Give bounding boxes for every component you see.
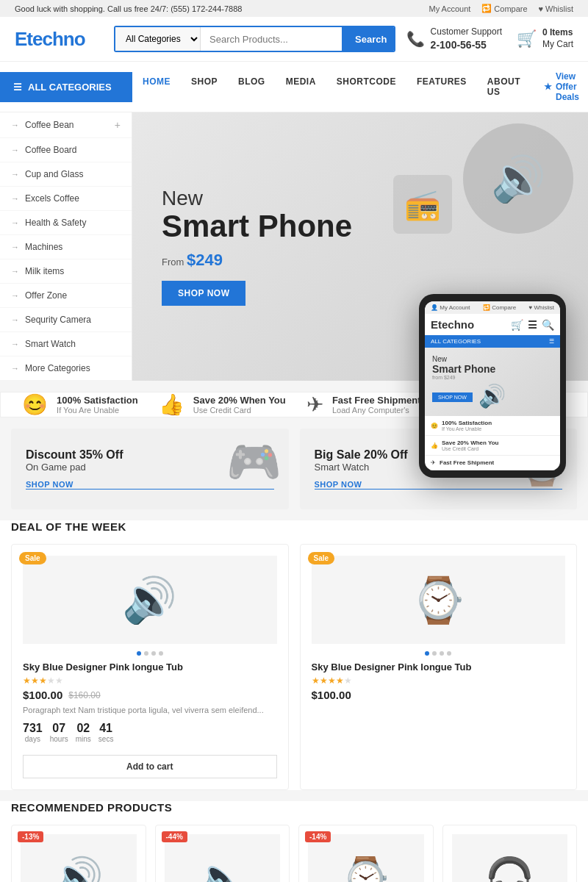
hero-shop-now-button[interactable]: SHOP NOW	[162, 281, 245, 306]
feature-title: 100% Satisfaction	[57, 395, 138, 406]
deal-price-new: $100.00	[23, 689, 62, 701]
plane-icon: ✈	[306, 392, 323, 417]
hero-subtitle: New	[162, 187, 352, 210]
top-bar: Good luck with shopping. Call us free 24…	[0, 0, 588, 17]
feature-shipment: ✈ Fast Free Shipment Load Any Computer's	[306, 392, 421, 417]
sidebar-item-milk[interactable]: →Milk items	[0, 259, 132, 284]
feature-sub: Load Any Computer's	[332, 406, 421, 415]
mobile-hero-banner: New Smart Phone from $249 SHOP NOW 🔊	[425, 348, 560, 416]
phone-icon: 📞	[406, 30, 425, 48]
rec-card-2: -44% 🔈 ★★★★★ Sky Blue Designer Pink long…	[155, 825, 290, 882]
mobile-feature-2: 👍Save 20% When YouUse Credit Card	[425, 436, 560, 456]
arrow-icon: →	[11, 243, 19, 251]
feature-save: 👍 Save 20% When You Use Credit Card	[159, 392, 286, 417]
sidebar-item-coffee-bean[interactable]: →Coffee Bean +	[0, 112, 132, 138]
nav-blog[interactable]: BLOG	[228, 67, 276, 107]
all-categories-btn[interactable]: ☰ ALL CATEGORIES	[0, 72, 132, 102]
mobile-hero-subtitle: New	[432, 355, 553, 363]
support-label: Customer Support	[431, 26, 502, 38]
sale-badge: Sale	[308, 552, 335, 564]
search-input[interactable]	[201, 27, 342, 51]
nav-about[interactable]: ABOUT US	[477, 67, 531, 107]
sidebar-item-excels[interactable]: →Excels Coffee	[0, 187, 132, 211]
hero-price: $249	[187, 251, 223, 269]
dot	[425, 651, 429, 656]
count-secs: 41 secs	[98, 722, 114, 743]
rec-product-image-4: 🎧	[452, 834, 568, 882]
arrow-icon: →	[11, 194, 19, 203]
deal-grid: Sale 🔊 Sky Blue Designer Pink longue Tub…	[11, 544, 577, 790]
deal-of-week-section: DEAL OF THE WEEK Sale 🔊 Sky Blue Designe…	[0, 520, 588, 790]
mobile-categories: ALL CATEGORIES ☰	[425, 335, 560, 348]
menu-icon: ☰	[13, 82, 22, 93]
sidebar-item-more[interactable]: →More Categories	[0, 356, 132, 381]
mobile-hero-title: Smart Phone	[432, 363, 553, 375]
cart-count: 0 Items	[542, 27, 573, 39]
deal-card-title-1: Sky Blue Designer Pink longue Tub	[23, 662, 277, 673]
sidebar-item-cup-glass[interactable]: →Cup and Glass	[0, 162, 132, 187]
category-select[interactable]: All Categories	[115, 27, 201, 51]
hero-small-product: 📻	[393, 175, 452, 234]
view-offers-link[interactable]: ★ View Offer Deals	[531, 62, 588, 112]
like-icon: 👍	[159, 392, 184, 417]
wishlist-link[interactable]: ♥ Whislist	[539, 4, 573, 13]
deal-price-row-2: $100.00	[312, 689, 566, 701]
sidebar-item-coffee-board[interactable]: →Coffee Board	[0, 138, 132, 162]
sale-badge: Sale	[19, 552, 46, 564]
nav-links: HOME SHOP BLOG MEDIA SHORTCODE FEATURES …	[132, 67, 531, 107]
nav-shortcode[interactable]: SHORTCODE	[326, 67, 406, 107]
recommended-section: RECOMMENDED PRODUCTS -13% 🔊 ★★★★★ Vague …	[0, 801, 588, 882]
nav-features[interactable]: FEATURES	[406, 67, 477, 107]
nav-media[interactable]: MEDIA	[276, 67, 326, 107]
sidebar-item-camera[interactable]: →Sequrity Camera	[0, 308, 132, 332]
mobile-compare: 🔁 Compare	[483, 304, 516, 311]
arrow-icon: →	[11, 218, 19, 227]
mobile-shop-now-btn[interactable]: SHOP NOW	[432, 392, 473, 402]
mobile-hero-image: 🔊	[478, 383, 506, 409]
deal-price-row-1: $100.00 $160.00	[23, 689, 277, 701]
mobile-feature-3: ✈Fast Free Shipment	[425, 456, 560, 470]
count-hours: 07 hours	[50, 722, 68, 743]
mobile-cart-icon: 🛒	[511, 319, 523, 331]
mobile-preview: 👤 My Account 🔁 Compare ♥ Whislist Etechn…	[419, 294, 566, 478]
logo: Etechno	[15, 28, 103, 51]
mobile-hero-from: from $249	[432, 375, 553, 380]
dot	[432, 651, 437, 656]
sidebar-item-machines[interactable]: →Machines	[0, 235, 132, 259]
my-account-link[interactable]: My Account	[429, 4, 470, 13]
feature-sub: Use Credit Card	[193, 406, 286, 415]
banner-gamepad: Discount 35% Off On Game pad SHOP NOW 🎮	[11, 429, 289, 509]
deal-card-1: Sale 🔊 Sky Blue Designer Pink longue Tub…	[11, 544, 289, 790]
sidebar-item-offer[interactable]: →Offer Zone	[0, 284, 132, 308]
dot	[144, 651, 148, 656]
navigation: ☰ ALL CATEGORIES HOME SHOP BLOG MEDIA SH…	[0, 62, 588, 112]
sidebar-item-health[interactable]: →Health & Safety	[0, 211, 132, 235]
feature-title: Fast Free Shipment	[332, 395, 421, 406]
nav-home[interactable]: HOME	[132, 67, 181, 107]
cart-area[interactable]: 🛒 0 Items My Cart	[517, 27, 573, 50]
nav-shop[interactable]: SHOP	[181, 67, 228, 107]
deal-product-image-1: 🔊	[23, 556, 277, 644]
compare-link[interactable]: 🔁 Compare	[481, 4, 527, 13]
mobile-logo: Etechno 🛒 ☰ 🔍	[425, 314, 560, 335]
count-mins: 02 mins	[76, 722, 91, 743]
search-button[interactable]: Search	[342, 27, 395, 51]
mobile-feature-1: 😊100% SatisfactionIf You Are Unable	[425, 416, 560, 436]
dot	[137, 651, 141, 656]
mobile-account: 👤 My Account	[431, 304, 470, 311]
rec-card-4: 🎧 ★★★★★ White Graphic Half Sleeves Top a…	[442, 825, 578, 882]
arrow-icon: →	[11, 315, 19, 324]
rec-card-1: -13% 🔊 ★★★★★ Vague Stack Colorful Shoem …	[11, 825, 146, 882]
recommended-grid: -13% 🔊 ★★★★★ Vague Stack Colorful Shoem …	[11, 825, 577, 882]
add-to-cart-button-1[interactable]: Add to cart	[23, 755, 277, 778]
sidebar-item-watch[interactable]: →Smart Watch	[0, 332, 132, 356]
countdown: 731 days 07 hours 02 mins 41 secs	[23, 722, 277, 743]
header-right: 📞 Customer Support 2-100-56-55 🛒 0 Items…	[406, 26, 573, 51]
deal-stars-2: ★★★★★	[312, 675, 566, 686]
sidebar: →Coffee Bean + →Coffee Board →Cup and Gl…	[0, 112, 132, 381]
top-bar-message: Good luck with shopping. Call us free 24…	[15, 4, 242, 13]
gamepad-image: 🎮	[226, 436, 282, 488]
discount-badge-1: -13%	[18, 831, 43, 842]
mobile-logo-icons: 🛒 ☰ 🔍	[511, 319, 554, 331]
mobile-wishlist: ♥ Whislist	[528, 304, 554, 311]
